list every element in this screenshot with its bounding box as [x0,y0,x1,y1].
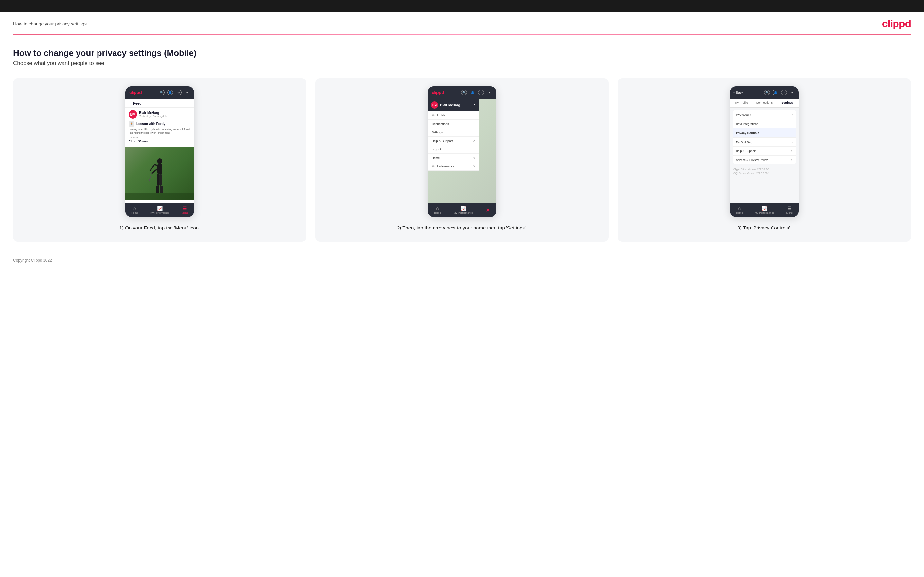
ext-link-icon-2: ↗ [790,158,793,161]
menu-item-logout[interactable]: Logout [428,145,479,154]
nav-performance-2[interactable]: 📈 My Performance [454,206,473,214]
nav-performance[interactable]: 📈 My Performance [150,206,170,214]
user-chevron-icon[interactable]: ∧ [473,103,476,107]
nav-close[interactable]: ✕ [486,207,490,213]
settings-data-integrations[interactable]: Data Integrations › [733,119,796,129]
lesson-icon: 🏌 [129,121,134,127]
menu-section-home[interactable]: Home ∨ [428,154,479,162]
svg-rect-7 [156,186,159,193]
settings-service-privacy[interactable]: Service & Privacy Policy ↗ [733,156,796,164]
footer: Copyright Clippd 2022 [0,251,924,269]
back-button[interactable]: < Back [733,91,743,95]
menu-section-performance[interactable]: My Performance ∨ [428,162,479,171]
step-3-caption: 3) Tap 'Privacy Controls'. [738,224,792,232]
phone-icons-2: 🔍 👤 ⊙ ▾ [461,90,493,95]
step-1-card: clippd 🔍 👤 ⊙ ▾ Feed [13,79,306,242]
settings-my-account[interactable]: My Account › [733,110,796,119]
chart-icon: 📈 [157,206,163,211]
phone-bottomnav-3: ⌂ Home 📈 My Performance ☰ Menu [730,203,799,217]
hamburger-icon-3: ☰ [787,206,792,211]
screen3-body: My Profile Connections Settings My Accou… [730,99,799,203]
search-icon[interactable]: 🔍 [159,90,165,95]
ext-link-icon: ↗ [790,150,793,153]
settings-icon-2[interactable]: ⊙ [478,90,484,95]
header-title: How to change your privacy settings [13,21,87,26]
phone-topbar-2: clippd 🔍 👤 ⊙ ▾ [428,86,496,99]
nav-home-2[interactable]: ⌂ Home [434,206,441,214]
chevron-down-icon-2: ∨ [473,164,475,168]
svg-rect-8 [160,186,163,193]
nav-menu-3[interactable]: ☰ Menu [786,206,793,214]
top-bar [0,0,924,12]
post-text: Looking to feel like my hands are exitin… [129,128,191,135]
home-icon-3: ⌂ [738,206,741,211]
phone-logo-1: clippd [129,90,142,95]
screen3-topbar: < Back 🔍 👤 ⊙ ▾ [730,86,799,99]
duration-label: Duration [129,136,191,139]
chevron-right-icon-4: › [792,140,793,144]
step-2-card: clippd 🔍 👤 ⊙ ▾ [315,79,609,242]
copyright: Copyright Clippd 2022 [13,258,52,263]
chevron-right-icon-3: › [792,131,793,135]
steps-container: clippd 🔍 👤 ⊙ ▾ Feed [13,79,911,242]
profile-icon[interactable]: 👤 [167,90,173,95]
tab-myprofile[interactable]: My Profile [730,99,753,107]
nav-home[interactable]: ⌂ Home [131,206,138,214]
svg-rect-6 [159,174,162,186]
screen3-tabs: My Profile Connections Settings [730,99,799,108]
logo: clippd [882,18,911,30]
settings-privacy-controls[interactable]: Privacy Controls › [733,129,796,138]
golf-image [125,147,194,200]
menu-icon-3[interactable]: ▾ [790,90,795,95]
settings-icon[interactable]: ⊙ [176,90,182,95]
duration-value: 01 hr : 30 min [129,140,191,143]
chart-icon-3: 📈 [762,206,767,211]
nav-performance-3[interactable]: 📈 My Performance [755,206,774,214]
post-date: Yesterday · Sunningdale [139,115,167,118]
menu-user-info: BM Blair McHarg [431,102,460,108]
step-2-caption: 2) Then, tap the arrow next to your name… [397,224,527,232]
menu-overlay: BM Blair McHarg ∧ My Profile Connections [428,99,479,171]
menu-item-settings[interactable]: Settings [428,128,479,137]
phone-bottomnav-1: ⌂ Home 📈 My Performance ☰ Menu [125,203,194,217]
chevron-down-icon: ∨ [473,156,475,160]
feed-post: BM Blair McHarg Yesterday · Sunningdale … [125,108,194,147]
phone-topbar-1: clippd 🔍 👤 ⊙ ▾ [125,86,194,99]
post-title-row: 🏌 Lesson with Fordy [129,121,191,127]
nav-menu[interactable]: ☰ Menu [182,206,188,214]
menu-icon-2[interactable]: ▾ [486,90,493,95]
menu-item-connections[interactable]: Connections [428,120,479,128]
step-3-card: < Back 🔍 👤 ⊙ ▾ My Profile Connections Se… [618,79,911,242]
search-icon-2[interactable]: 🔍 [461,90,467,95]
nav-home-3[interactable]: ⌂ Home [736,206,743,214]
home-icon-2: ⌂ [436,206,439,211]
hamburger-icon: ☰ [183,206,187,211]
post-avatar-row: BM Blair McHarg Yesterday · Sunningdale [129,110,191,119]
header-divider [13,34,911,35]
chevron-right-icon-2: › [792,122,793,126]
settings-icon-3[interactable]: ⊙ [781,90,787,95]
menu-item-myprofile[interactable]: My Profile [428,111,479,120]
chart-icon-2: 📈 [461,206,466,211]
phone-mockup-2: clippd 🔍 👤 ⊙ ▾ [428,86,496,217]
phone-mockup-3: < Back 🔍 👤 ⊙ ▾ My Profile Connections Se… [730,86,799,217]
settings-help-support[interactable]: Help & Support ↗ [733,147,796,156]
phone-icons-3: 🔍 👤 ⊙ ▾ [764,90,795,95]
tab-connections[interactable]: Connections [753,99,776,107]
page-heading: How to change your privacy settings (Mob… [13,48,911,58]
menu-item-helpsupport[interactable]: Help & Support ↗ [428,137,479,145]
settings-my-golf-bag[interactable]: My Golf Bag › [733,138,796,147]
feed-tab[interactable]: Feed [129,99,145,107]
screen2-body: BM Blair McHarg ∧ My Profile Connections [428,99,496,203]
search-icon-3[interactable]: 🔍 [764,90,770,95]
main-content: How to change your privacy settings (Mob… [0,35,924,251]
avatar: BM [129,110,137,119]
post-author: Blair McHarg [139,111,167,115]
profile-icon-3[interactable]: 👤 [772,90,779,95]
tab-settings[interactable]: Settings [776,99,799,107]
profile-icon-2[interactable]: 👤 [470,90,475,95]
version-info: Clippd Client Version: 2022.8.3-3 GQL Se… [730,164,799,179]
step-1-caption: 1) On your Feed, tap the 'Menu' icon. [120,224,200,232]
menu-icon[interactable]: ▾ [184,90,190,95]
golfer-svg [148,157,171,197]
